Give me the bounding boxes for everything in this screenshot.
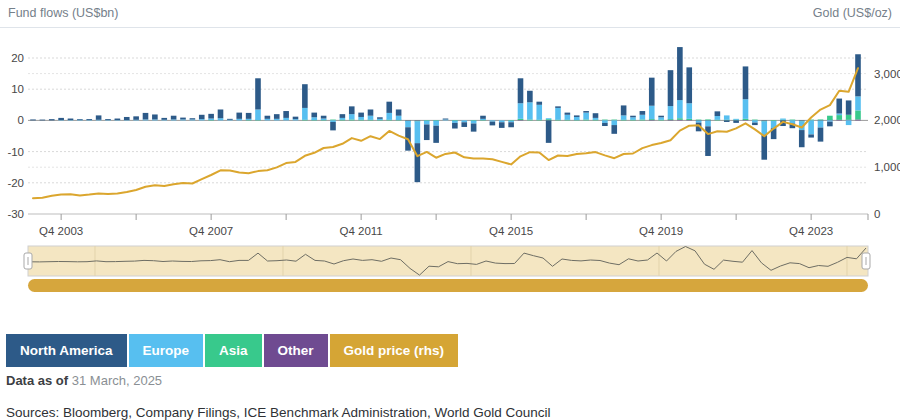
legend-item-label: Europe [143,343,190,358]
svg-text:Q4 2007: Q4 2007 [189,225,233,237]
sources-text: Sources: Bloomberg, Company Filings, ICE… [6,405,900,420]
data-as-of-label: Data as of [6,373,68,388]
svg-text:2,000: 2,000 [874,114,900,126]
data-as-of: Data as of 31 March, 2025 [6,373,900,388]
gold-axis-title: Gold (US$/oz) [813,6,892,20]
navigator-scrollbar[interactable] [28,279,868,292]
svg-text:20: 20 [11,52,24,64]
x-axis: Q4 2003Q4 2007Q4 2011Q4 2015Q4 2019Q4 20… [28,214,868,237]
chart-header: Fund flows (US$bn) Gold (US$/oz) [0,0,900,28]
flows-gold-chart: Q4 2003Q4 2007Q4 2011Q4 2015Q4 2019Q4 20… [0,28,900,244]
svg-text:-30: -30 [7,208,24,220]
legend-item-label: Asia [219,343,248,358]
flow-bars[interactable] [30,47,861,182]
legend-item-europe[interactable]: Europe [129,334,204,367]
legend-item-label: Gold price (rhs) [344,343,445,358]
gridlines [28,58,868,183]
legend-item-asia[interactable]: Asia [205,334,262,367]
svg-text:Q4 2003: Q4 2003 [39,225,83,237]
svg-text:Q4 2015: Q4 2015 [489,225,533,237]
data-as-of-value: 31 March, 2025 [72,373,162,388]
svg-text:3,000: 3,000 [874,68,900,80]
legend-item-north-america[interactable]: North America [6,334,127,367]
svg-text:Q4 2023: Q4 2023 [789,225,833,237]
svg-text:Q4 2011: Q4 2011 [339,225,382,237]
svg-text:Q4 2019: Q4 2019 [639,225,683,237]
svg-text:-10: -10 [7,146,24,158]
y-axis-right: 3,0002,0001,0000 [874,68,900,220]
gold-etf-flows-widget: Fund flows (US$bn) Gold (US$/oz) Q4 2003… [0,0,900,420]
navigator-left-handle[interactable] [24,253,32,269]
svg-text:0: 0 [18,114,24,126]
y-axis-left: 20100-10-20-30 [7,52,24,220]
range-navigator[interactable] [0,244,900,298]
legend-item-gold-price-rhs[interactable]: Gold price (rhs) [330,334,459,367]
legend-item-label: North America [20,343,113,358]
legend-item-other[interactable]: Other [264,334,328,367]
gold-price-line [33,68,858,198]
svg-text:-20: -20 [7,177,24,189]
legend-item-label: Other [278,343,314,358]
fund-flows-axis-title: Fund flows (US$bn) [8,6,118,20]
navigator-right-handle[interactable] [862,253,870,269]
chart-legend: North AmericaEuropeAsiaOtherGold price (… [6,334,900,367]
svg-text:0: 0 [874,208,880,220]
svg-text:10: 10 [11,83,24,95]
svg-text:1,000: 1,000 [874,161,900,173]
